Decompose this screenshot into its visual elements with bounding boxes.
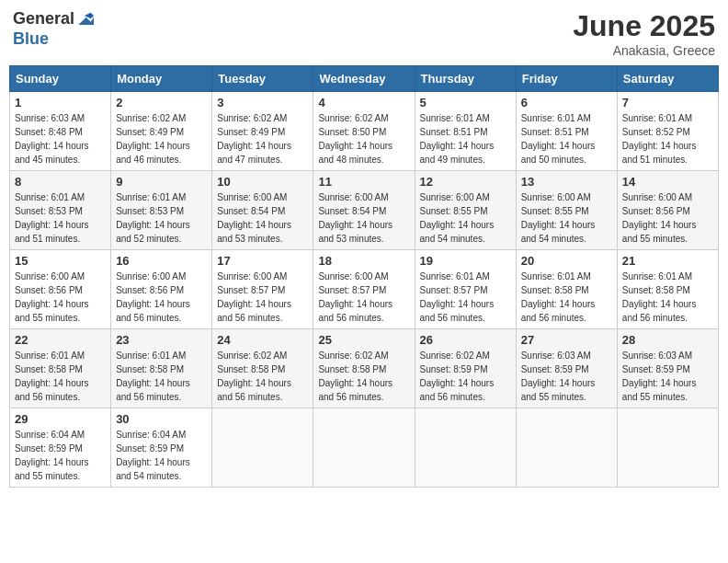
day-number: 25	[318, 333, 409, 347]
calendar-header-row: Sunday Monday Tuesday Wednesday Thursday…	[10, 66, 719, 92]
logo-icon	[75, 11, 94, 29]
day-info: Sunrise: 6:02 AMSunset: 8:58 PMDaylight:…	[318, 349, 409, 404]
day-number: 27	[521, 333, 612, 347]
col-sunday: Sunday	[10, 66, 111, 92]
calendar-cell: 10 Sunrise: 6:00 AMSunset: 8:54 PMDaylig…	[212, 171, 313, 250]
calendar-cell: 12 Sunrise: 6:00 AMSunset: 8:55 PMDaylig…	[415, 171, 516, 250]
day-number: 4	[318, 96, 409, 109]
day-number: 16	[116, 254, 207, 268]
day-number: 12	[420, 175, 511, 189]
day-number: 9	[116, 175, 207, 189]
day-number: 10	[217, 175, 308, 189]
day-number: 14	[622, 175, 713, 189]
calendar-cell: 3 Sunrise: 6:02 AMSunset: 8:49 PMDayligh…	[212, 92, 313, 171]
month-title: June 2025	[573, 9, 715, 43]
calendar-cell: 23 Sunrise: 6:01 AMSunset: 8:58 PMDaylig…	[111, 329, 212, 408]
day-info: Sunrise: 6:01 AMSunset: 8:52 PMDaylight:…	[622, 111, 713, 167]
calendar-cell	[415, 408, 516, 488]
calendar: Sunday Monday Tuesday Wednesday Thursday…	[9, 65, 719, 488]
calendar-cell: 17 Sunrise: 6:00 AMSunset: 8:57 PMDaylig…	[212, 250, 313, 329]
col-monday: Monday	[111, 66, 212, 92]
day-info: Sunrise: 6:03 AMSunset: 8:48 PMDaylight:…	[15, 111, 106, 167]
day-info: Sunrise: 6:01 AMSunset: 8:58 PMDaylight:…	[622, 270, 713, 325]
calendar-cell: 25 Sunrise: 6:02 AMSunset: 8:58 PMDaylig…	[313, 329, 415, 408]
calendar-cell: 19 Sunrise: 6:01 AMSunset: 8:57 PMDaylig…	[415, 250, 516, 329]
day-info: Sunrise: 6:02 AMSunset: 8:50 PMDaylight:…	[318, 111, 409, 167]
day-info: Sunrise: 6:01 AMSunset: 8:58 PMDaylight:…	[15, 349, 106, 404]
day-info: Sunrise: 6:00 AMSunset: 8:55 PMDaylight:…	[420, 190, 511, 246]
day-number: 20	[521, 254, 612, 268]
calendar-cell: 29 Sunrise: 6:04 AMSunset: 8:59 PMDaylig…	[10, 408, 111, 488]
calendar-cell: 4 Sunrise: 6:02 AMSunset: 8:50 PMDayligh…	[313, 92, 415, 171]
day-number: 21	[622, 254, 713, 268]
day-info: Sunrise: 6:03 AMSunset: 8:59 PMDaylight:…	[622, 349, 713, 404]
day-number: 11	[318, 175, 409, 189]
calendar-cell: 16 Sunrise: 6:00 AMSunset: 8:56 PMDaylig…	[111, 250, 212, 329]
day-number: 28	[622, 333, 713, 347]
calendar-week-row: 1 Sunrise: 6:03 AMSunset: 8:48 PMDayligh…	[10, 92, 719, 171]
day-number: 22	[15, 333, 106, 347]
day-info: Sunrise: 6:03 AMSunset: 8:59 PMDaylight:…	[521, 349, 612, 404]
calendar-cell	[617, 408, 718, 488]
day-info: Sunrise: 6:02 AMSunset: 8:59 PMDaylight:…	[420, 349, 511, 404]
day-info: Sunrise: 6:01 AMSunset: 8:53 PMDaylight:…	[116, 190, 207, 246]
day-info: Sunrise: 6:02 AMSunset: 8:58 PMDaylight:…	[217, 349, 308, 404]
day-info: Sunrise: 6:00 AMSunset: 8:57 PMDaylight:…	[318, 270, 409, 325]
day-info: Sunrise: 6:04 AMSunset: 8:59 PMDaylight:…	[116, 428, 207, 483]
day-info: Sunrise: 6:00 AMSunset: 8:54 PMDaylight:…	[217, 190, 308, 246]
day-number: 18	[318, 254, 409, 268]
calendar-week-row: 22 Sunrise: 6:01 AMSunset: 8:58 PMDaylig…	[10, 329, 719, 408]
day-info: Sunrise: 6:02 AMSunset: 8:49 PMDaylight:…	[116, 111, 207, 167]
logo-general: General	[13, 9, 74, 28]
calendar-week-row: 15 Sunrise: 6:00 AMSunset: 8:56 PMDaylig…	[10, 250, 719, 329]
day-info: Sunrise: 6:01 AMSunset: 8:57 PMDaylight:…	[420, 270, 511, 325]
page-header: General Blue June 2025 Anakasia, Greece	[9, 9, 719, 58]
day-info: Sunrise: 6:00 AMSunset: 8:56 PMDaylight:…	[622, 190, 713, 246]
day-number: 7	[622, 96, 713, 109]
calendar-cell: 28 Sunrise: 6:03 AMSunset: 8:59 PMDaylig…	[617, 329, 718, 408]
calendar-cell: 11 Sunrise: 6:00 AMSunset: 8:54 PMDaylig…	[313, 171, 415, 250]
day-info: Sunrise: 6:01 AMSunset: 8:51 PMDaylight:…	[420, 111, 511, 167]
col-thursday: Thursday	[415, 66, 516, 92]
location: Anakasia, Greece	[573, 43, 715, 58]
day-info: Sunrise: 6:00 AMSunset: 8:55 PMDaylight:…	[521, 190, 612, 246]
calendar-cell	[212, 408, 313, 488]
col-tuesday: Tuesday	[212, 66, 313, 92]
day-number: 19	[420, 254, 511, 268]
calendar-cell: 1 Sunrise: 6:03 AMSunset: 8:48 PMDayligh…	[10, 92, 111, 171]
calendar-cell: 13 Sunrise: 6:00 AMSunset: 8:55 PMDaylig…	[516, 171, 617, 250]
day-info: Sunrise: 6:00 AMSunset: 8:56 PMDaylight:…	[15, 270, 106, 325]
day-number: 30	[116, 412, 207, 426]
calendar-cell: 14 Sunrise: 6:00 AMSunset: 8:56 PMDaylig…	[617, 171, 718, 250]
day-number: 26	[420, 333, 511, 347]
day-info: Sunrise: 6:01 AMSunset: 8:51 PMDaylight:…	[521, 111, 612, 167]
day-number: 29	[15, 412, 106, 426]
calendar-cell: 21 Sunrise: 6:01 AMSunset: 8:58 PMDaylig…	[617, 250, 718, 329]
logo: General Blue	[13, 9, 95, 49]
day-info: Sunrise: 6:00 AMSunset: 8:56 PMDaylight:…	[116, 270, 207, 325]
day-number: 15	[15, 254, 106, 268]
logo-blue: Blue	[13, 29, 49, 48]
day-info: Sunrise: 6:00 AMSunset: 8:54 PMDaylight:…	[318, 190, 409, 246]
day-info: Sunrise: 6:00 AMSunset: 8:57 PMDaylight:…	[217, 270, 308, 325]
title-block: June 2025 Anakasia, Greece	[573, 9, 715, 58]
calendar-cell: 7 Sunrise: 6:01 AMSunset: 8:52 PMDayligh…	[617, 92, 718, 171]
day-info: Sunrise: 6:01 AMSunset: 8:58 PMDaylight:…	[521, 270, 612, 325]
calendar-cell: 27 Sunrise: 6:03 AMSunset: 8:59 PMDaylig…	[516, 329, 617, 408]
day-number: 24	[217, 333, 308, 347]
day-info: Sunrise: 6:02 AMSunset: 8:49 PMDaylight:…	[217, 111, 308, 167]
col-wednesday: Wednesday	[313, 66, 415, 92]
day-info: Sunrise: 6:04 AMSunset: 8:59 PMDaylight:…	[15, 428, 106, 483]
day-number: 23	[116, 333, 207, 347]
svg-marker-0	[78, 17, 94, 24]
calendar-cell: 9 Sunrise: 6:01 AMSunset: 8:53 PMDayligh…	[111, 171, 212, 250]
calendar-cell: 8 Sunrise: 6:01 AMSunset: 8:53 PMDayligh…	[10, 171, 111, 250]
calendar-week-row: 8 Sunrise: 6:01 AMSunset: 8:53 PMDayligh…	[10, 171, 719, 250]
calendar-cell: 30 Sunrise: 6:04 AMSunset: 8:59 PMDaylig…	[111, 408, 212, 488]
day-number: 2	[116, 96, 207, 109]
day-number: 6	[521, 96, 612, 109]
calendar-cell	[516, 408, 617, 488]
day-number: 13	[521, 175, 612, 189]
day-number: 5	[420, 96, 511, 109]
calendar-cell	[313, 408, 415, 488]
